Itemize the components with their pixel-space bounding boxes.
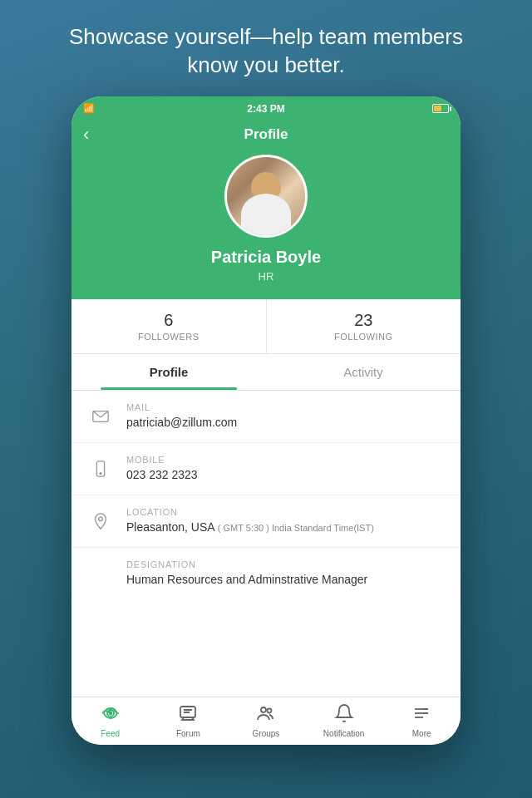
svg-point-3	[99, 517, 103, 521]
forum-icon	[178, 703, 198, 727]
more-label: More	[412, 729, 431, 738]
notification-icon	[334, 703, 354, 727]
groups-icon	[256, 703, 276, 727]
groups-label: Groups	[253, 729, 280, 738]
avatar-image	[227, 157, 305, 235]
mail-icon	[86, 402, 115, 431]
location-icon	[86, 507, 115, 535]
svg-point-10	[267, 709, 271, 713]
location-row: LOCATION Pleasanton, USA ( GMT 5:30 ) In…	[71, 495, 461, 548]
profile-department: HR	[259, 270, 274, 283]
nav-groups[interactable]: Groups	[227, 697, 305, 745]
mail-label: MAIL	[126, 402, 237, 412]
status-right	[432, 104, 449, 113]
location-content: LOCATION Pleasanton, USA ( GMT 5:30 ) In…	[126, 507, 374, 534]
phone-frame: 📶 2:43 PM ‹ Profile Patricia Boyle HR 6 …	[71, 96, 461, 745]
designation-icon	[86, 559, 115, 588]
mobile-value: 023 232 2323	[126, 468, 198, 481]
mobile-content: MOBILE 023 232 2323	[126, 455, 198, 481]
designation-content: DESIGNATION Human Resources and Adminstr…	[126, 559, 367, 586]
nav-notification[interactable]: Notification	[305, 697, 383, 745]
svg-point-2	[100, 472, 101, 474]
followers-count: 6	[164, 311, 173, 330]
mobile-icon	[86, 455, 115, 483]
feed-label: Feed	[101, 729, 120, 738]
more-icon	[411, 703, 431, 727]
nav-more[interactable]: More	[382, 697, 461, 745]
tab-activity[interactable]: Activity	[266, 354, 461, 390]
avatar	[224, 155, 308, 238]
designation-row: DESIGNATION Human Resources and Adminstr…	[71, 548, 461, 599]
mail-content: MAIL patriciab@zillum.com	[126, 402, 237, 429]
status-bar: 📶 2:43 PM	[71, 96, 461, 120]
status-left: 📶	[83, 103, 95, 114]
nav-feed[interactable]: Feed	[71, 697, 150, 745]
notification-label: Notification	[323, 729, 364, 738]
headline-text: Showcase yourself—help team members know…	[0, 0, 532, 96]
tab-profile[interactable]: Profile	[71, 354, 266, 390]
followers-stat[interactable]: 6 FOLLOWERS	[71, 299, 267, 353]
status-time: 2:43 PM	[247, 103, 284, 115]
profile-content: MAIL patriciab@zillum.com MOBILE 023 232…	[71, 391, 461, 697]
battery-icon	[432, 104, 449, 113]
location-value: Pleasanton, USA ( GMT 5:30 ) India Stand…	[126, 520, 374, 534]
mobile-row: MOBILE 023 232 2323	[71, 443, 461, 495]
mail-value: patriciab@zillum.com	[126, 416, 237, 429]
nav-forum[interactable]: Forum	[150, 697, 228, 745]
battery-fill	[434, 106, 441, 111]
designation-label: DESIGNATION	[126, 559, 367, 569]
wifi-icon: 📶	[83, 103, 95, 114]
svg-point-5	[109, 712, 111, 715]
bottom-nav: Feed Forum	[71, 697, 461, 745]
header-title: Profile	[244, 126, 288, 143]
header: ‹ Profile	[71, 120, 461, 155]
location-label: LOCATION	[126, 507, 374, 517]
forum-label: Forum	[176, 729, 200, 738]
tabs: Profile Activity	[71, 354, 461, 391]
following-count: 23	[354, 311, 372, 330]
mail-row: MAIL patriciab@zillum.com	[71, 391, 461, 443]
followers-label: FOLLOWERS	[138, 332, 200, 342]
following-label: FOLLOWING	[334, 332, 393, 342]
following-stat[interactable]: 23 FOLLOWING	[267, 299, 461, 353]
profile-section: Patricia Boyle HR	[71, 155, 461, 299]
stats-bar: 6 FOLLOWERS 23 FOLLOWING	[71, 299, 461, 354]
profile-name: Patricia Boyle	[211, 248, 321, 267]
back-button[interactable]: ‹	[83, 124, 89, 145]
mobile-label: MOBILE	[126, 455, 198, 465]
feed-icon	[101, 703, 121, 727]
svg-point-9	[261, 707, 266, 712]
designation-value: Human Resources and Adminstrative Manage…	[126, 573, 367, 586]
